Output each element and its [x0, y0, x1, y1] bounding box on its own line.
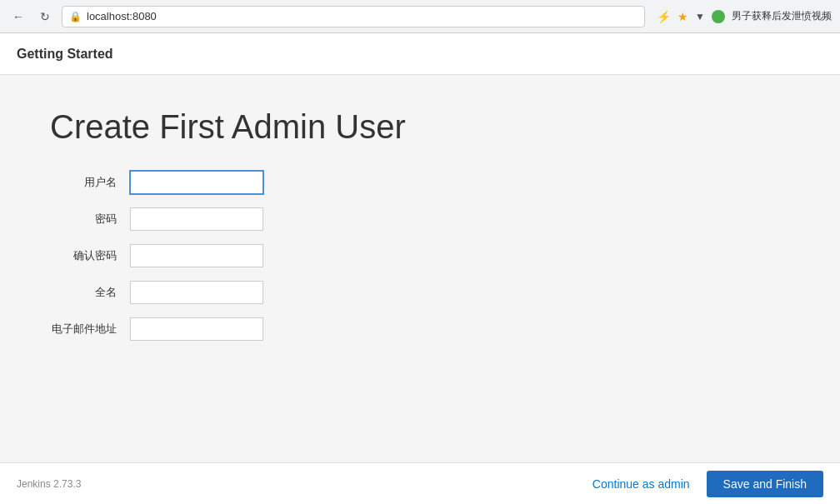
- browser-actions: ⚡ ★ ▼ 男子获释后发泄愤视频: [657, 9, 832, 23]
- fullname-input[interactable]: [130, 281, 263, 304]
- fullname-row: 全名: [50, 281, 790, 304]
- footer-actions: Continue as admin Save and Finish: [592, 471, 823, 497]
- password-input[interactable]: [130, 207, 263, 231]
- confirm-password-label: 确认密码: [50, 248, 117, 263]
- password-label: 密码: [50, 212, 117, 227]
- password-row: 密码: [50, 207, 790, 231]
- username-input[interactable]: [130, 171, 263, 194]
- page-header: Getting Started: [0, 33, 840, 75]
- save-and-finish-button[interactable]: Save and Finish: [707, 471, 823, 497]
- email-row: 电子邮件地址: [50, 317, 790, 341]
- forward-button[interactable]: ↻: [35, 7, 55, 27]
- page-title: Create First Admin User: [50, 108, 790, 146]
- address-text: localhost:8080: [87, 10, 157, 22]
- page-footer: Jenkins 2.73.3 Continue as admin Save an…: [0, 462, 840, 504]
- confirm-password-row: 确认密码: [50, 244, 790, 267]
- fullname-label: 全名: [50, 285, 117, 300]
- email-input[interactable]: [130, 317, 263, 341]
- back-button[interactable]: ←: [8, 7, 28, 27]
- browser-chrome: ← ↻ 🔒 localhost:8080 ⚡ ★ ▼ 男子获释后发泄愤视频: [0, 0, 840, 33]
- username-label: 用户名: [50, 175, 117, 190]
- create-admin-form: 用户名 密码 确认密码 全名 电子邮件地址: [50, 171, 790, 341]
- news-dot: [712, 10, 725, 23]
- main-content: Create First Admin User 用户名 密码 确认密码 全名 电…: [0, 75, 840, 462]
- chevron-down-icon[interactable]: ▼: [695, 11, 705, 22]
- address-bar[interactable]: 🔒 localhost:8080: [62, 6, 645, 27]
- username-row: 用户名: [50, 171, 790, 194]
- shield-icon: 🔒: [69, 11, 82, 22]
- email-label: 电子邮件地址: [50, 322, 117, 337]
- header-title: Getting Started: [17, 47, 113, 62]
- continue-as-admin-button[interactable]: Continue as admin: [592, 477, 690, 491]
- star-icon[interactable]: ★: [678, 10, 688, 23]
- lightning-icon[interactable]: ⚡: [657, 10, 671, 23]
- version-text: Jenkins 2.73.3: [17, 478, 81, 490]
- news-ticker: 男子获释后发泄愤视频: [732, 9, 832, 23]
- confirm-password-input[interactable]: [130, 244, 263, 267]
